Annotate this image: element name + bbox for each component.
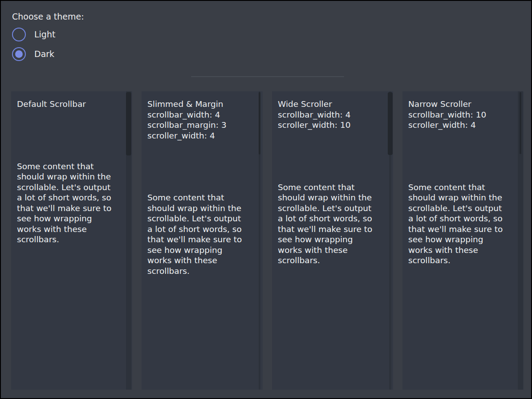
scroll-panel-default-scrollbar[interactable]: Default Scrollbar Some content that shou… [11, 91, 132, 390]
radio-unselected-icon[interactable] [12, 28, 26, 41]
panel-params: scrollbar_width: 4 scroller_width: 10 [278, 110, 382, 130]
panel-body-text: Some content that should wrap within the… [278, 182, 382, 266]
panel-params: scrollbar_width: 4 scrollbar_margin: 3 s… [147, 110, 251, 141]
app-window: Choose a theme: Light Dark Default Scrol… [0, 0, 532, 399]
scrollbar-thumb[interactable] [259, 92, 260, 155]
panel-title: Slimmed & Margin [147, 99, 251, 110]
panel-title: Default Scrollbar [17, 99, 121, 110]
scrollbar-thumb[interactable] [126, 92, 131, 155]
radio-selected-dot [15, 50, 23, 58]
scroll-panel-wide-scroller[interactable]: Wide Scroller scrollbar_width: 4 scrolle… [272, 91, 393, 390]
panel-title: Narrow Scroller [408, 99, 512, 110]
radio-option-light[interactable]: Light [12, 27, 55, 41]
scroll-panel-narrow-scroller[interactable]: Narrow Scroller scrollbar_width: 10 scro… [402, 91, 524, 390]
theme-chooser-label: Choose a theme: [12, 12, 84, 22]
radio-selected-icon[interactable] [12, 47, 26, 61]
panel-body-text: Some content that should wrap within the… [408, 182, 512, 266]
radio-option-light-label: Light [34, 29, 55, 39]
section-divider [191, 76, 344, 77]
panel-body-text: Some content that should wrap within the… [147, 192, 251, 276]
scroll-panel-slimmed-margin[interactable]: Slimmed & Margin scrollbar_width: 4 scro… [142, 91, 263, 390]
panel-title: Wide Scroller [278, 99, 382, 110]
panel-body-text: Some content that should wrap within the… [17, 161, 121, 245]
radio-option-dark[interactable]: Dark [12, 47, 54, 61]
scrollbar-thumb[interactable] [520, 92, 521, 154]
panel-params: scrollbar_width: 10 scroller_width: 4 [408, 110, 512, 130]
scrollbar-thumb[interactable] [388, 92, 393, 155]
scrollbar-demo-panels: Default Scrollbar Some content that shou… [11, 91, 524, 390]
radio-option-dark-label: Dark [34, 49, 54, 59]
